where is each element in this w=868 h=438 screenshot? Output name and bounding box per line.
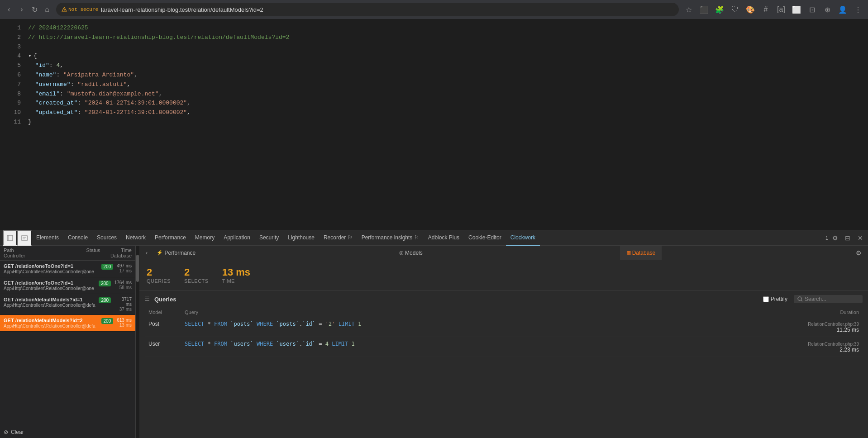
req-path-main: GET /relation/defaultModels?id=1 — [4, 297, 95, 302]
time-label: Time — [105, 248, 132, 253]
tab-sources[interactable]: Sources — [92, 230, 121, 246]
request-item[interactable]: GET /relation/oneToOne?id=1 App\Http\Con… — [0, 261, 135, 277]
database-label: Database — [105, 253, 132, 258]
time-label: TIME — [222, 278, 250, 284]
devtools-dock-btn[interactable]: ⊟ — [842, 232, 854, 244]
bookmark-button[interactable]: ☆ — [682, 3, 695, 16]
request-item[interactable]: GET /relation/defaultModels?id=2 App\Htt… — [0, 315, 135, 332]
main-content: 1// 202401222206252// http://laravel-lea… — [0, 19, 868, 438]
status-badge: 200 — [99, 281, 111, 286]
req-time-main: 613 ms — [117, 318, 132, 323]
queries-section: ☰ Queries Prettify — [139, 290, 868, 362]
home-button[interactable]: ⌂ — [42, 4, 52, 15]
tab-recorder[interactable]: Recorder ⚐ — [319, 230, 357, 246]
url-text: laravel-learn-relationship-blog.test/rel… — [101, 6, 263, 13]
req-path-main: GET /relation/oneToOne?id=1 — [4, 280, 95, 286]
line-number: 10 — [7, 108, 21, 118]
devtools-body: Path Controller Status Time Database GET… — [0, 246, 868, 438]
json-line: 8 "email": "mustofa.diah@example.net", — [0, 90, 868, 99]
request-item[interactable]: GET /relation/oneToOne?id=1 App\Http\Con… — [0, 277, 135, 294]
queries-header: ☰ Queries Prettify — [145, 295, 863, 303]
devtools-close-btn[interactable]: ✕ — [854, 232, 866, 244]
req-path-main: GET /relation/defaultModels?id=2 — [4, 318, 98, 323]
req-status: 200 — [101, 263, 114, 270]
puzzle-button[interactable]: ⬜ — [790, 3, 803, 16]
status-badge: 200 — [101, 264, 114, 270]
tab-lighthouse[interactable]: Lighthouse — [283, 230, 319, 246]
tab-console[interactable]: Console — [63, 230, 92, 246]
req-path: GET /relation/defaultModels?id=2 App\Htt… — [4, 318, 98, 328]
menu-button[interactable]: ⋮ — [852, 3, 864, 16]
hash-button[interactable]: # — [759, 3, 772, 16]
svg-point-1 — [64, 10, 65, 11]
json-line: 3 — [0, 43, 868, 52]
extensions-button[interactable]: ⬛ — [698, 3, 711, 16]
queries-title: Queries — [154, 296, 176, 303]
line-content: } — [28, 118, 32, 127]
json-line: 4▾{ — [0, 52, 868, 61]
db-stat-queries: 2 QUERIES — [147, 267, 171, 284]
forward-button[interactable]: › — [16, 4, 27, 15]
request-item[interactable]: GET /relation/defaultModels?id=1 App\Htt… — [0, 294, 135, 315]
status-badge: 200 — [99, 297, 111, 303]
prettify-checkbox[interactable]: Prettify — [763, 296, 787, 302]
req-time: 497 ms 17 ms — [117, 263, 132, 273]
line-content: "created_at": "2024-01-22T14:39:01.00000… — [28, 99, 191, 108]
tab-security[interactable]: Security — [255, 230, 283, 246]
req-time-main: 497 ms — [117, 263, 132, 268]
tab-elements[interactable]: Elements — [32, 230, 63, 246]
tab-cookie-editor[interactable]: Cookie-Editor — [464, 230, 506, 246]
color-button[interactable]: 🎨 — [744, 3, 757, 16]
db-settings-btn[interactable]: ⚙ — [853, 247, 864, 259]
line-number: 4 — [7, 52, 21, 61]
tab-application[interactable]: Application — [219, 230, 255, 246]
svg-line-8 — [801, 300, 803, 302]
zoom-button[interactable]: ⊕ — [821, 3, 834, 16]
reload-button[interactable]: ↻ — [29, 4, 40, 15]
query-meta: RelationController.php:39 2.23 ms — [805, 342, 859, 353]
line-number: 5 — [7, 61, 21, 71]
queries-table-header: Model Query Duration — [145, 308, 863, 317]
right-panel-tabs: ‹ ⚡ Performance ◎ Models ▦ Database — [139, 246, 868, 260]
devtools-icon-btn1[interactable] — [3, 230, 17, 246]
list-scrollbar[interactable] — [136, 246, 139, 438]
clear-footer[interactable]: ⊘ Clear — [0, 426, 135, 438]
address-bar[interactable]: Not secure laravel-learn-relationship-bl… — [56, 3, 679, 16]
query-caller: RelationController.php:39 — [805, 342, 859, 347]
prettify-input[interactable] — [763, 296, 769, 302]
tab-network[interactable]: Network — [121, 230, 150, 246]
status-badge: 200 — [101, 318, 114, 324]
json-line: 11} — [0, 118, 868, 127]
search-input[interactable] — [805, 296, 859, 302]
query-meta: RelationController.php:39 11.25 ms — [805, 322, 859, 333]
devtools-icon-btn2[interactable] — [17, 230, 32, 246]
tab-adblock[interactable]: Adblock Plus — [424, 230, 464, 246]
req-time: 1764 ms 58 ms — [114, 280, 132, 290]
tab-performance-insights[interactable]: Performance insights ⚐ — [357, 230, 424, 246]
db-stat-selects: 2 SELECTS — [184, 267, 209, 284]
right-tab-database[interactable]: ▦ Database — [620, 246, 662, 260]
right-tab-models[interactable]: ◎ Models — [393, 246, 429, 260]
clear-label: Clear — [11, 429, 24, 435]
query-rows: Post SELECT * FROM `posts` WHERE `posts`… — [145, 317, 863, 357]
req-status: 200 — [99, 297, 111, 304]
profile-button[interactable]: 👤 — [836, 3, 849, 16]
tab-memory[interactable]: Memory — [191, 230, 219, 246]
req-time-main: 3717 ms — [114, 297, 132, 307]
panel-nav-left[interactable]: ‹ — [143, 249, 150, 256]
query-model: User — [148, 341, 185, 347]
browser-action-buttons: ☆ ⬛ 🧩 🛡 🎨 # [a] ⬜ ⊡ ⊕ 👤 ⋮ — [682, 3, 864, 16]
line-number: 8 — [7, 90, 21, 99]
tab-clockwork[interactable]: Clockwork — [506, 230, 540, 246]
devtools-settings-btn[interactable]: ⚙ — [829, 232, 841, 244]
tab-performance[interactable]: Performance — [150, 230, 191, 246]
back-button[interactable]: ‹ — [4, 4, 14, 15]
brackets-button[interactable]: [a] — [775, 3, 787, 16]
extensions2-button[interactable]: 🧩 — [713, 3, 726, 16]
shield-button[interactable]: 🛡 — [729, 3, 741, 16]
req-time: 613 ms 13 ms — [117, 318, 132, 328]
json-line: 5 "id": 4, — [0, 61, 868, 71]
selects-label: SELECTS — [184, 278, 209, 284]
right-tab-performance[interactable]: ⚡ Performance — [150, 246, 202, 260]
split-button[interactable]: ⊡ — [806, 3, 818, 16]
